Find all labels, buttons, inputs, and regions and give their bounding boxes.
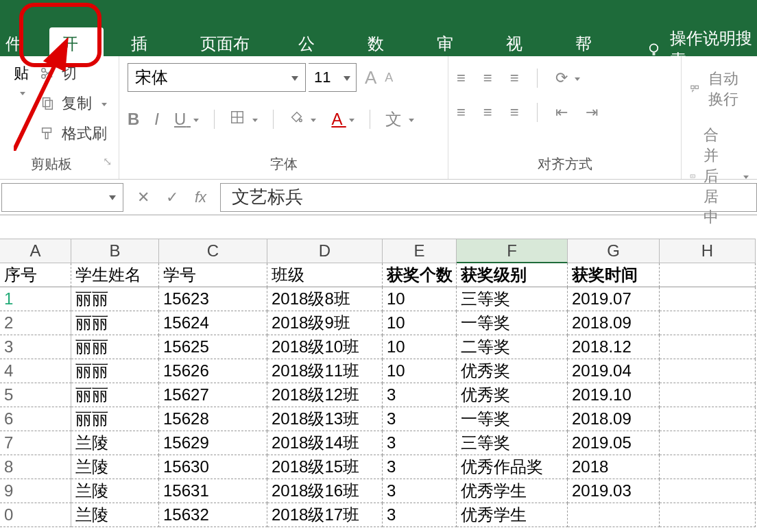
data-cell[interactable] bbox=[660, 407, 756, 431]
column-header-E[interactable]: E bbox=[383, 239, 457, 263]
row-number[interactable]: 6 bbox=[0, 407, 71, 431]
header-cell[interactable]: 班级 bbox=[267, 263, 383, 287]
column-header-F[interactable]: F bbox=[457, 239, 568, 263]
bold-button[interactable]: B bbox=[128, 110, 139, 129]
data-cell[interactable]: 丽丽 bbox=[71, 287, 159, 311]
data-cell[interactable]: 二等奖 bbox=[457, 335, 568, 359]
data-cell[interactable]: 丽丽 bbox=[71, 407, 159, 431]
data-cell[interactable]: 2018.12 bbox=[568, 335, 660, 359]
header-cell[interactable]: 获奖级别 bbox=[457, 263, 568, 287]
data-cell[interactable]: 2018级13班 bbox=[267, 407, 383, 431]
header-cell[interactable]: 获奖个数 bbox=[383, 263, 457, 287]
data-cell[interactable]: 3 bbox=[383, 479, 457, 503]
name-box[interactable] bbox=[1, 183, 123, 212]
data-cell[interactable]: 一等奖 bbox=[457, 311, 568, 335]
row-number[interactable]: 9 bbox=[0, 479, 71, 503]
data-cell[interactable]: 2018级12班 bbox=[267, 383, 383, 407]
orientation-button[interactable]: ⟳ bbox=[555, 69, 580, 87]
data-cell[interactable]: 2018级17班 bbox=[267, 503, 383, 527]
data-cell[interactable]: 15623 bbox=[159, 287, 267, 311]
data-cell[interactable]: 15624 bbox=[159, 311, 267, 335]
align-center-button[interactable]: ≡ bbox=[483, 104, 492, 121]
paste-button[interactable]: 贴 bbox=[8, 63, 34, 106]
row-number[interactable]: 2 bbox=[0, 311, 71, 335]
data-cell[interactable]: 10 bbox=[383, 359, 457, 383]
data-cell[interactable]: 2018级15班 bbox=[267, 455, 383, 479]
copy-button[interactable]: 复制 bbox=[40, 93, 107, 114]
align-top-button[interactable]: ≡ bbox=[457, 69, 466, 87]
row-number[interactable]: 4 bbox=[0, 359, 71, 383]
row-number[interactable]: 8 bbox=[0, 455, 71, 479]
align-right-button[interactable]: ≡ bbox=[510, 104, 519, 121]
data-cell[interactable]: 2018 bbox=[568, 455, 660, 479]
data-cell[interactable]: 10 bbox=[383, 335, 457, 359]
data-cell[interactable]: 15630 bbox=[159, 455, 267, 479]
fill-color-button[interactable] bbox=[289, 110, 317, 129]
data-cell[interactable]: 丽丽 bbox=[71, 311, 159, 335]
align-bottom-button[interactable]: ≡ bbox=[510, 69, 519, 87]
data-cell[interactable]: 3 bbox=[383, 503, 457, 527]
data-cell[interactable]: 15628 bbox=[159, 407, 267, 431]
data-cell[interactable]: 2018.09 bbox=[568, 311, 660, 335]
data-cell[interactable]: 15627 bbox=[159, 383, 267, 407]
data-cell[interactable] bbox=[660, 479, 756, 503]
enter-formula-button[interactable]: ✓ bbox=[166, 189, 178, 206]
data-cell[interactable] bbox=[660, 431, 756, 455]
fx-button[interactable]: fx bbox=[195, 189, 206, 206]
font-color-button[interactable]: A bbox=[331, 110, 354, 129]
data-cell[interactable] bbox=[660, 335, 756, 359]
data-cell[interactable]: 丽丽 bbox=[71, 359, 159, 383]
header-cell[interactable]: 学生姓名 bbox=[71, 263, 159, 287]
italic-button[interactable]: I bbox=[154, 110, 159, 129]
data-cell[interactable]: 兰陵 bbox=[71, 503, 159, 527]
tab-file[interactable]: 件 bbox=[0, 27, 34, 60]
data-cell[interactable]: 优秀学生 bbox=[457, 479, 568, 503]
borders-button[interactable] bbox=[230, 110, 258, 129]
merge-center-button[interactable]: 合并后居中 bbox=[690, 125, 749, 228]
column-header-B[interactable]: B bbox=[71, 239, 159, 263]
data-cell[interactable]: 2018级11班 bbox=[267, 359, 383, 383]
format-painter-button[interactable]: 格式刷 bbox=[40, 123, 107, 144]
row-number[interactable]: 7 bbox=[0, 431, 71, 455]
decrease-indent-button[interactable]: ⇤ bbox=[555, 104, 568, 121]
underline-button[interactable]: U bbox=[174, 110, 199, 129]
cut-button[interactable]: 切 bbox=[40, 63, 107, 84]
data-cell[interactable]: 丽丽 bbox=[71, 335, 159, 359]
header-cell[interactable]: 序号 bbox=[0, 263, 71, 287]
data-cell[interactable]: 2019.05 bbox=[568, 431, 660, 455]
phonetic-button[interactable]: 文 bbox=[385, 108, 415, 130]
header-cell[interactable]: 学号 bbox=[159, 263, 267, 287]
data-cell[interactable]: 兰陵 bbox=[71, 455, 159, 479]
data-cell[interactable] bbox=[660, 311, 756, 335]
data-cell[interactable] bbox=[660, 287, 756, 311]
data-cell[interactable]: 2018级9班 bbox=[267, 311, 383, 335]
data-cell[interactable]: 10 bbox=[383, 287, 457, 311]
align-left-button[interactable]: ≡ bbox=[457, 104, 466, 121]
data-cell[interactable]: 15629 bbox=[159, 431, 267, 455]
data-cell[interactable] bbox=[660, 503, 756, 527]
column-header-C[interactable]: C bbox=[159, 239, 267, 263]
data-cell[interactable] bbox=[568, 503, 660, 527]
data-cell[interactable] bbox=[660, 455, 756, 479]
data-cell[interactable]: 2018.09 bbox=[568, 407, 660, 431]
data-cell[interactable]: 2018级10班 bbox=[267, 335, 383, 359]
data-cell[interactable]: 一等奖 bbox=[457, 407, 568, 431]
spreadsheet-grid[interactable]: ABCDEFGH序号学生姓名学号班级获奖个数获奖级别获奖时间1丽丽1562320… bbox=[0, 239, 757, 527]
data-cell[interactable]: 10 bbox=[383, 311, 457, 335]
data-cell[interactable]: 2019.03 bbox=[568, 479, 660, 503]
data-cell[interactable]: 优秀学生 bbox=[457, 503, 568, 527]
data-cell[interactable] bbox=[660, 383, 756, 407]
cancel-formula-button[interactable]: ✕ bbox=[137, 189, 149, 206]
data-cell[interactable]: 3 bbox=[383, 455, 457, 479]
font-name-select[interactable]: 宋体 bbox=[128, 63, 306, 92]
column-header-A[interactable]: A bbox=[0, 239, 71, 263]
data-cell[interactable]: 15631 bbox=[159, 479, 267, 503]
data-cell[interactable]: 优秀奖 bbox=[457, 359, 568, 383]
data-cell[interactable]: 2019.10 bbox=[568, 383, 660, 407]
column-header-G[interactable]: G bbox=[568, 239, 660, 263]
data-cell[interactable]: 2019.04 bbox=[568, 359, 660, 383]
wrap-text-button[interactable]: 自动换行 bbox=[690, 69, 749, 110]
header-cell[interactable]: 获奖时间 bbox=[568, 263, 660, 287]
data-cell[interactable]: 2018级16班 bbox=[267, 479, 383, 503]
data-cell[interactable]: 优秀奖 bbox=[457, 383, 568, 407]
